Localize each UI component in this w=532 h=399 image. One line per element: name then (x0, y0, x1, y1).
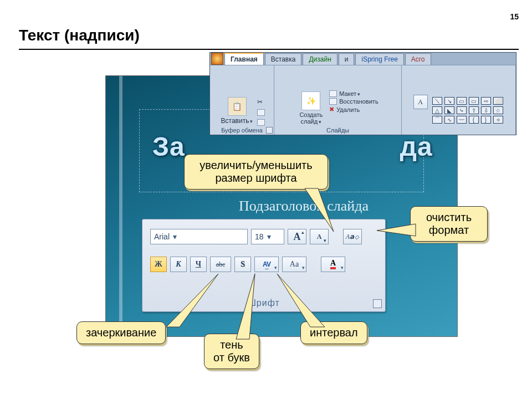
layout-icon (329, 90, 337, 97)
svg-marker-4 (277, 274, 325, 327)
group-clipboard: 📋 Вставить ✂ Буфер обмена (210, 65, 274, 135)
font-name-value: Arial (154, 232, 170, 241)
change-case-button[interactable]: Aa▾ (282, 257, 306, 272)
callout-strike-pointer (166, 274, 227, 327)
callout-font-size: увеличить/уменьшить размер шрифта (184, 154, 328, 190)
office-button[interactable] (211, 53, 223, 65)
callout-strike: зачеркивание (76, 321, 166, 344)
layout-button[interactable]: Макет (329, 90, 378, 97)
callout-clear-format-pointer (377, 222, 416, 244)
spacing-button[interactable]: AV▾ (254, 257, 279, 272)
svg-marker-1 (377, 224, 416, 236)
paste-button[interactable]: 📋 Вставить (219, 96, 255, 126)
grow-font-button[interactable]: A▴ (288, 229, 306, 244)
reset-button[interactable]: Восстановить (329, 98, 378, 105)
callout-font-size-pointer (305, 188, 349, 238)
svg-marker-0 (305, 188, 334, 232)
svg-marker-3 (236, 274, 255, 339)
font-name-combo[interactable]: Arial ▾ (150, 229, 248, 244)
font-size-combo[interactable]: 18 ▾ (251, 229, 284, 244)
font-size-value: 18 (255, 232, 264, 241)
bold-button[interactable]: Ж (150, 257, 167, 272)
tab-extra[interactable]: и (339, 53, 355, 65)
tab-design[interactable]: Дизайн (303, 53, 337, 65)
cut-button[interactable]: ✂ (257, 98, 265, 106)
reset-icon (329, 98, 337, 105)
dropdown-icon: ▾ (267, 232, 271, 241)
page-title: Текст (надписи) (19, 27, 140, 44)
group-slides: ✨ Создать слайд Макет Восстановить ✖Удал… (274, 65, 402, 135)
tab-insert[interactable]: Вставка (265, 53, 302, 65)
italic-button[interactable]: К (170, 257, 187, 272)
ribbon-tabs: Главная Вставка Дизайн и iSpring Free Ac… (224, 53, 516, 65)
text-box-button[interactable]: A (413, 95, 428, 109)
strike-button[interactable]: abc (210, 257, 231, 272)
delete-icon: ✖ (329, 106, 334, 113)
ribbon: Главная Вставка Дизайн и iSpring Free Ac… (209, 52, 516, 135)
svg-marker-2 (166, 274, 218, 327)
delete-slide-button[interactable]: ✖Удалить (329, 106, 378, 113)
tab-home[interactable]: Главная (224, 53, 264, 65)
underline-button[interactable]: Ч (190, 257, 207, 272)
font-color-button[interactable]: A▾ (321, 257, 345, 272)
callout-spacing-pointer (277, 274, 327, 327)
clipboard-icon: 📋 (228, 97, 247, 116)
callout-clear-format: очистить формат (410, 206, 488, 242)
page-number: 15 (510, 12, 519, 21)
shadow-button[interactable]: S (234, 257, 251, 272)
callout-shadow-pointer (233, 274, 266, 339)
group-clipboard-label: Буфер обмена (221, 127, 263, 134)
group-shapes: A ＼↘▭▭⇨⬜ △◣⤷⇧⇩☆ ⌒∿〰{}✧ (402, 65, 516, 135)
font-dialog-launcher[interactable] (373, 299, 382, 308)
new-slide-icon: ✨ (301, 91, 320, 110)
paste-label: Вставить (221, 117, 253, 125)
tab-acrobat[interactable]: Acro (405, 53, 431, 65)
new-slide-button[interactable]: ✨ Создать слайд (297, 90, 325, 126)
copy-button[interactable] (257, 109, 265, 116)
shapes-gallery[interactable]: ＼↘▭▭⇨⬜ △◣⤷⇧⇩☆ ⌒∿〰{}✧ (431, 95, 504, 126)
clipboard-dialog-launcher[interactable] (266, 127, 273, 134)
title-rule (19, 49, 519, 50)
dropdown-icon: ▾ (173, 232, 177, 241)
group-slides-label: Слайды (326, 127, 349, 134)
tab-ispring[interactable]: iSpring Free (355, 53, 403, 65)
format-painter-button[interactable] (257, 119, 265, 126)
new-slide-label: Создать слайд (299, 111, 323, 125)
